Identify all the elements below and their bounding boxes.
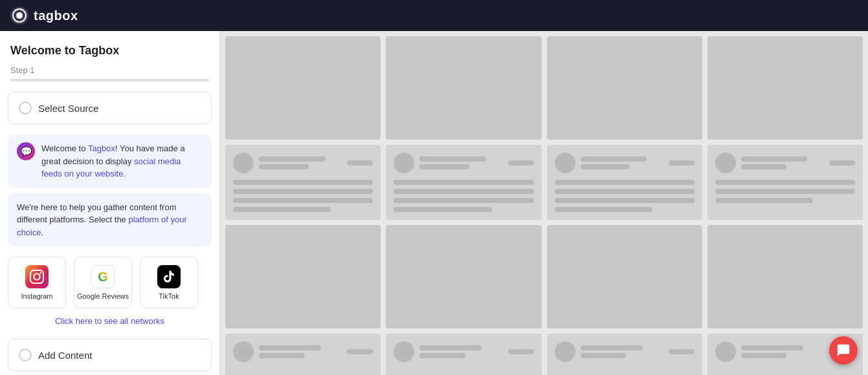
- card-author-lines: [581, 345, 663, 358]
- card-line-tiny: [829, 160, 855, 166]
- svg-point-2: [16, 12, 23, 19]
- card-author-lines: [741, 156, 824, 169]
- card-text-line-short: [715, 198, 813, 203]
- card-avatar: [715, 341, 736, 362]
- chat-message-2: We're here to help you gather content fr…: [8, 193, 212, 247]
- card-line: [259, 353, 305, 358]
- card-line: [581, 164, 630, 169]
- step-label: Step 1: [0, 65, 219, 79]
- card-avatar: [555, 153, 575, 173]
- card-line-tiny: [669, 160, 695, 166]
- instagram-icon: [25, 265, 49, 288]
- main-layout: Welcome to Tagbox Step 1 Select Source 💬…: [0, 31, 868, 375]
- card-text-line: [555, 198, 695, 203]
- content-card: [707, 145, 863, 220]
- card-image-placeholder: [707, 225, 863, 328]
- card-text-line: [715, 189, 855, 194]
- card-author-row: [715, 153, 855, 173]
- content-card: [386, 225, 541, 328]
- card-avatar: [394, 341, 414, 362]
- add-content-button[interactable]: Add Content: [8, 339, 212, 371]
- card-line: [259, 345, 321, 350]
- highlight-social: social media feeds on your website: [41, 156, 181, 179]
- card-line: [259, 156, 326, 162]
- content-card: [225, 36, 381, 140]
- tagbox-logo-icon: [10, 6, 28, 25]
- chat-text-1: Welcome to Tagbox! You have made a great…: [41, 142, 203, 180]
- content-grid: [225, 36, 863, 375]
- app-header: tagbox: [0, 0, 868, 31]
- add-content-label: Add Content: [38, 350, 92, 361]
- platform-instagram[interactable]: Instagram: [8, 257, 66, 308]
- platforms-section: Instagram G Google Reviews TikTok: [0, 246, 219, 314]
- platform-google-reviews[interactable]: G Google Reviews: [74, 257, 132, 308]
- card-body: [225, 145, 381, 220]
- select-source-label: Select Source: [38, 103, 98, 114]
- progress-bar-bg: [10, 79, 209, 81]
- platform-tiktok[interactable]: TikTok: [140, 257, 198, 308]
- tiktok-icon: [157, 265, 181, 288]
- card-author-lines: [419, 156, 502, 169]
- card-line: [741, 156, 808, 162]
- card-body: [225, 334, 381, 375]
- card-text-lines: [555, 180, 695, 212]
- see-all-networks-link[interactable]: Click here to see all networks: [0, 314, 219, 334]
- card-line: [419, 164, 469, 169]
- card-line: [741, 345, 803, 350]
- content-card: [225, 334, 381, 375]
- card-image-placeholder: [225, 36, 381, 140]
- card-author-row: [233, 341, 373, 362]
- card-text-line: [394, 180, 533, 185]
- card-author-row: [555, 341, 695, 362]
- content-card: [225, 145, 381, 220]
- card-line: [741, 353, 787, 358]
- chat-avatar: 💬: [17, 142, 35, 160]
- card-author-lines: [259, 345, 342, 358]
- card-avatar: [394, 153, 414, 173]
- add-content-check-icon: [19, 348, 32, 361]
- chat-messages: 💬 Welcome to Tagbox! You have made a gre…: [0, 127, 219, 246]
- chat-support-icon: [836, 343, 851, 358]
- select-source-button[interactable]: Select Source: [8, 92, 212, 124]
- content-card: [707, 225, 863, 328]
- card-text-line: [715, 180, 855, 185]
- card-author-row: [233, 153, 373, 173]
- content-card: [225, 225, 381, 328]
- card-line-tiny: [347, 160, 373, 166]
- card-text-line: [555, 180, 695, 185]
- chat-message-1: 💬 Welcome to Tagbox! You have made a gre…: [8, 134, 212, 188]
- card-text-line: [394, 189, 533, 194]
- content-card: [386, 334, 541, 375]
- card-author-row: [555, 153, 695, 173]
- card-line: [581, 345, 643, 350]
- card-text-lines: [233, 180, 373, 212]
- content-card: [386, 145, 541, 220]
- card-line: [581, 156, 647, 162]
- card-line-tiny: [669, 349, 695, 354]
- card-body: [707, 145, 863, 211]
- card-text-line-short: [233, 207, 331, 212]
- card-text-lines: [715, 180, 855, 203]
- chat-avatar-icon: 💬: [21, 146, 32, 156]
- chat-support-button[interactable]: [829, 336, 858, 365]
- card-image-placeholder: [225, 225, 381, 328]
- instagram-label: Instagram: [21, 292, 53, 300]
- card-line: [419, 353, 465, 358]
- card-line: [741, 164, 787, 169]
- logo: tagbox: [10, 6, 78, 25]
- card-avatar: [715, 153, 736, 173]
- google-icon: G: [91, 265, 115, 288]
- google-g-letter: G: [98, 270, 108, 284]
- content-card: [547, 225, 702, 328]
- card-image-placeholder: [386, 225, 541, 328]
- card-image-placeholder: [547, 225, 702, 328]
- sidebar: Welcome to Tagbox Step 1 Select Source 💬…: [0, 31, 220, 375]
- card-avatar: [555, 341, 575, 362]
- content-area: [220, 31, 868, 375]
- sidebar-title: Welcome to Tagbox: [0, 31, 219, 65]
- tiktok-label: TikTok: [159, 292, 179, 300]
- progress-bar-fill: [10, 79, 110, 81]
- card-text-line-short: [555, 207, 652, 212]
- card-image-placeholder: [707, 36, 863, 140]
- card-text-line: [233, 180, 373, 185]
